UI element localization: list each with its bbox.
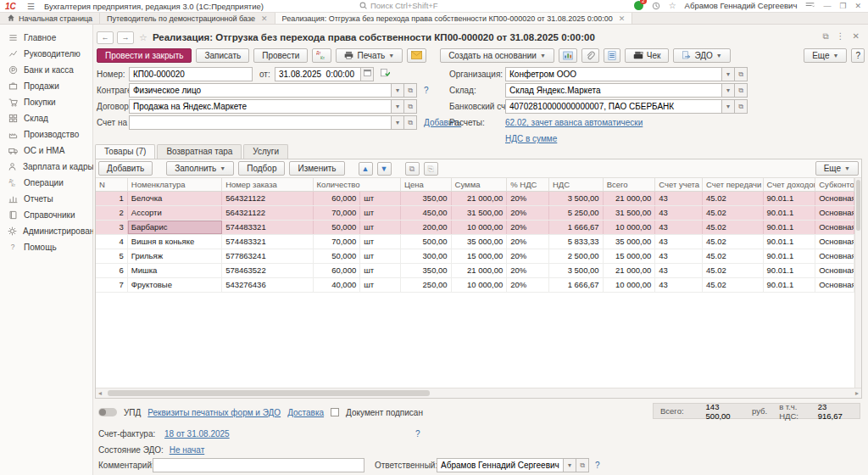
cell-total[interactable]: 15 000,00: [604, 249, 656, 263]
responsible-input[interactable]: [437, 458, 564, 472]
view-settings-icon[interactable]: [805, 2, 815, 9]
cell-qty[interactable]: 60,000: [314, 192, 361, 205]
cell-acc-transfer[interactable]: 45.02: [703, 278, 764, 292]
cell-vat[interactable]: 2 500,00: [549, 249, 604, 263]
cell-n[interactable]: 5: [96, 249, 128, 263]
payment-invoice-dropdown-icon[interactable]: ▾: [392, 115, 404, 130]
items-tab-0[interactable]: Товары (7): [95, 144, 155, 159]
cell-subconto[interactable]: Основная н: [815, 192, 854, 205]
column-header-10[interactable]: Счет передачи: [703, 178, 764, 191]
print-forms-requisites-link[interactable]: Реквизиты печатных форм и ЭДО: [147, 408, 281, 417]
window-tab-1[interactable]: Путеводитель по демонстрационной базе✕: [100, 13, 275, 24]
window-tab-2[interactable]: Реализация: Отгрузка без перехода права …: [275, 13, 633, 24]
paste-icon[interactable]: ⎘: [424, 162, 438, 176]
cell-subconto[interactable]: Основная н: [815, 249, 854, 263]
cell-vat-rate[interactable]: 20%: [507, 221, 549, 234]
cell-n[interactable]: 7: [96, 278, 128, 292]
cell-acc-transfer[interactable]: 45.02: [703, 264, 764, 277]
cell-order[interactable]: 543276436: [222, 278, 313, 292]
cell-price[interactable]: 350,00: [401, 192, 452, 205]
cell-acc[interactable]: 43: [655, 235, 703, 249]
calendar-icon[interactable]: [361, 67, 374, 81]
table-row[interactable]: 7Фруктовые54327643640,000шт250,0010 000,…: [96, 278, 854, 293]
sidebar-item-administrirovanie[interactable]: Администрирование: [0, 223, 92, 239]
table-horizontal-scrollbar[interactable]: ◂ ▸: [96, 388, 861, 398]
send-email-button[interactable]: [407, 48, 426, 63]
cell-order[interactable]: 577863241: [222, 249, 313, 263]
fill-button[interactable]: Заполнить▼: [166, 161, 234, 176]
cell-order[interactable]: 578463522: [222, 264, 313, 277]
sidebar-item-operacii[interactable]: ДтКтОперации: [0, 175, 92, 191]
history-icon[interactable]: [652, 2, 660, 10]
column-header-6[interactable]: % НДС: [507, 178, 549, 191]
comment-input[interactable]: [153, 458, 364, 472]
column-header-11[interactable]: Счет доходов: [764, 178, 816, 191]
cell-qty[interactable]: 70,000: [314, 206, 361, 220]
cell-vat[interactable]: 3 500,00: [549, 192, 604, 205]
cell-vat[interactable]: 3 500,00: [549, 264, 604, 277]
sidebar-item-proizvodstvo[interactable]: Производство: [0, 126, 92, 142]
column-header-1[interactable]: Номенклатура: [128, 178, 222, 191]
table-row[interactable]: 5Грильяж57786324150,000шт300,0015 000,00…: [96, 249, 854, 264]
window-tab-0[interactable]: Начальная страница: [0, 13, 100, 24]
document-signed-checkbox[interactable]: [331, 408, 339, 416]
cell-n[interactable]: 1: [96, 192, 128, 205]
sidebar-item-sklad[interactable]: Склад: [0, 110, 92, 126]
cell-item[interactable]: Фруктовые: [128, 278, 222, 292]
column-header-4[interactable]: Цена: [401, 178, 452, 191]
scroll-left-icon[interactable]: ◂: [98, 389, 102, 397]
bank-account-input[interactable]: [505, 99, 722, 114]
responsible-help-icon[interactable]: ?: [595, 461, 600, 470]
help-button[interactable]: ?: [851, 48, 865, 63]
table-row[interactable]: 3Барбарис57448332150,000шт200,0010 000,0…: [96, 221, 854, 235]
cell-n[interactable]: 3: [96, 221, 128, 234]
cell-unit[interactable]: шт: [360, 206, 401, 220]
cell-item[interactable]: Грильяж: [128, 249, 222, 263]
cell-unit[interactable]: шт: [360, 221, 401, 234]
cell-subconto[interactable]: Основная н: [815, 206, 854, 220]
sidebar-item-os-i-nma[interactable]: ОС и НМА: [0, 142, 92, 159]
sidebar-item-bank-i-kassa[interactable]: Банк и касса: [0, 62, 92, 78]
cell-price[interactable]: 200,00: [401, 221, 452, 234]
table-row[interactable]: 6Мишка57846352260,000шт350,0021 000,0020…: [96, 264, 854, 278]
table-row[interactable]: 4Вишня в коньяке57448332170,000шт500,003…: [96, 235, 854, 249]
post-and-close-button[interactable]: Провести и закрыть: [97, 48, 192, 63]
more-button[interactable]: Еще▼: [804, 48, 847, 63]
column-header-7[interactable]: НДС: [549, 178, 604, 191]
column-header-3[interactable]: Количество: [314, 178, 401, 191]
sidebar-item-rukovoditelyu[interactable]: Руководителю: [0, 46, 92, 62]
cell-total[interactable]: 21 000,00: [604, 264, 656, 277]
favorite-star-icon[interactable]: ☆: [139, 32, 147, 43]
cell-vat-rate[interactable]: 20%: [507, 278, 549, 292]
cell-acc-income[interactable]: 90.01.1: [764, 235, 816, 249]
cell-unit[interactable]: шт: [360, 278, 401, 292]
items-tab-1[interactable]: Возвратная тара: [157, 144, 242, 159]
warehouse-dropdown-icon[interactable]: ▾: [722, 83, 735, 98]
date-input[interactable]: [275, 67, 361, 81]
print-button[interactable]: Печать▼: [336, 48, 403, 63]
payment-invoice-input[interactable]: [129, 115, 392, 130]
column-header-0[interactable]: N: [96, 178, 128, 191]
cell-vat-rate[interactable]: 20%: [507, 249, 549, 263]
counterparty-input[interactable]: [129, 83, 392, 98]
table-vertical-scrollbar[interactable]: [854, 178, 861, 388]
cell-acc[interactable]: 43: [655, 221, 703, 234]
notifications-icon[interactable]: [634, 1, 643, 10]
column-header-5[interactable]: Сумма: [452, 178, 508, 191]
minimize-button[interactable]: —: [823, 2, 831, 10]
cell-vat[interactable]: 5 250,00: [549, 206, 604, 220]
contract-dropdown-icon[interactable]: ▾: [392, 99, 404, 114]
cell-qty[interactable]: 70,000: [314, 235, 361, 249]
warehouse-input[interactable]: [505, 83, 722, 98]
cell-amount[interactable]: 15 000,00: [452, 249, 508, 263]
settlements-link[interactable]: 62.02, зачет аванса автоматически: [505, 118, 643, 127]
cell-n[interactable]: 4: [96, 235, 128, 249]
favorites-star-icon[interactable]: ☆: [669, 1, 676, 10]
cell-unit[interactable]: шт: [360, 249, 401, 263]
maximize-button[interactable]: ❐: [839, 2, 846, 10]
counterparty-dropdown-icon[interactable]: ▾: [392, 83, 404, 98]
close-tab-icon[interactable]: ✕: [261, 14, 268, 23]
check-receipt-button[interactable]: Чек: [625, 48, 670, 63]
cell-amount[interactable]: 10 000,00: [452, 278, 508, 292]
bank-account-open-icon[interactable]: ⧉: [735, 99, 748, 114]
